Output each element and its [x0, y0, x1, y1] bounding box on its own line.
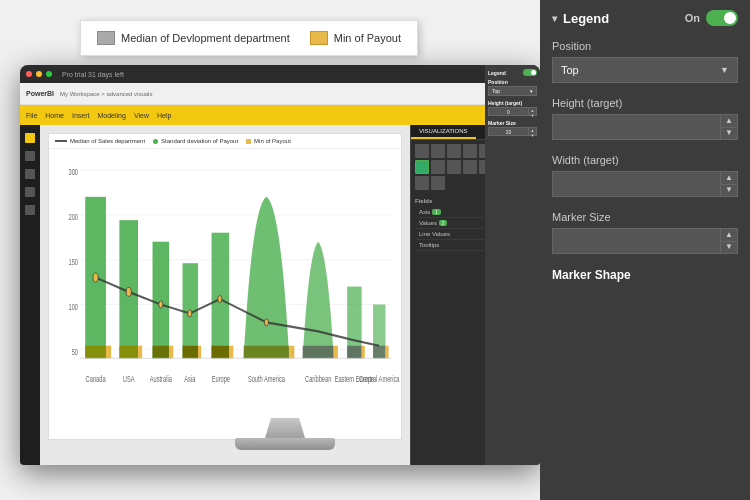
sidebar-icon-2[interactable] — [25, 151, 35, 161]
legend-section-header: ▾ Legend On — [552, 10, 738, 26]
viz-icon-gauge[interactable] — [447, 160, 461, 174]
marker-size-increment-button[interactable]: ▲ — [721, 229, 737, 242]
panel-marker-shape-section: Marker Shape — [552, 268, 738, 282]
svg-rect-28 — [334, 346, 338, 359]
svg-rect-27 — [303, 346, 334, 359]
sidebar-icon-5[interactable] — [25, 205, 35, 215]
monitor-stand — [235, 418, 335, 450]
tab-visualizations[interactable]: VISUALIZATIONS — [411, 125, 476, 139]
panel-width-section: Width (target) 0 ▲ ▼ — [552, 154, 738, 197]
svg-point-37 — [159, 301, 163, 308]
position-dropdown[interactable]: Top ▼ — [552, 57, 738, 83]
marker-size-decrement-button[interactable]: ▼ — [721, 242, 737, 254]
format-marker-spinner: 20 ▲ ▼ — [488, 127, 537, 136]
format-height-buttons: ▲ ▼ — [528, 108, 536, 115]
monitor-screen: Pro trial 31 days left PowerBI My Worksp… — [20, 65, 540, 465]
toolbar-file[interactable]: File — [26, 112, 37, 119]
width-increment-button[interactable]: ▲ — [721, 172, 737, 185]
window-maximize-dot[interactable] — [46, 71, 52, 77]
legend-swatch-gray — [97, 31, 115, 45]
monitor-frame: Pro trial 31 days left PowerBI My Worksp… — [20, 65, 540, 465]
format-position-label: Position — [488, 79, 537, 85]
svg-rect-21 — [198, 346, 201, 359]
height-decrement-button[interactable]: ▼ — [721, 128, 737, 140]
stand-neck — [265, 418, 305, 438]
position-label: Position — [552, 40, 738, 52]
marker-shape-title: Marker Shape — [552, 268, 738, 282]
svg-rect-15 — [138, 346, 142, 359]
svg-point-36 — [126, 287, 131, 296]
toolbar-help[interactable]: Help — [157, 112, 171, 119]
width-input[interactable]: 0 — [553, 177, 720, 191]
fields-badge-axis: 1 — [432, 209, 441, 215]
viz-icon-line[interactable] — [431, 144, 445, 158]
chart-area: Median of Sales department Standard devi… — [48, 133, 402, 440]
format-height-value: 0 — [489, 108, 528, 115]
svg-rect-23 — [212, 346, 230, 359]
viz-icon-pie[interactable] — [463, 144, 477, 158]
monitor-area: Median of Devlopment department Min of P… — [20, 20, 550, 480]
marker-size-input[interactable]: 20 — [553, 234, 720, 248]
svg-text:Europe: Europe — [212, 373, 231, 384]
window-minimize-dot[interactable] — [36, 71, 42, 77]
toolbar-view[interactable]: View — [134, 112, 149, 119]
pbi-topbar: Pro trial 31 days left — [20, 65, 540, 83]
viz-icon-bar[interactable] — [415, 144, 429, 158]
svg-rect-11 — [85, 346, 106, 359]
svg-text:Australia: Australia — [150, 373, 173, 384]
svg-rect-30 — [347, 346, 361, 359]
svg-rect-31 — [362, 346, 365, 359]
legend-section-title: Legend — [563, 11, 685, 26]
width-label: Width (target) — [552, 154, 738, 166]
svg-text:150: 150 — [68, 256, 78, 267]
chart-legend: Median of Sales department Standard devi… — [49, 134, 401, 149]
viz-icon-custom1[interactable] — [415, 176, 429, 190]
svg-rect-25 — [244, 346, 290, 359]
viz-icon-area[interactable] — [447, 144, 461, 158]
legend-toggle-switch[interactable] — [706, 10, 738, 26]
viz-icon-combo[interactable] — [415, 160, 429, 174]
position-dropdown-arrow: ▼ — [720, 65, 729, 75]
format-marker-label: Marker Size — [488, 120, 537, 126]
main-container: Median of Devlopment department Min of P… — [0, 0, 750, 500]
toolbar-home[interactable]: Home — [45, 112, 64, 119]
legend-line-swatch — [55, 140, 67, 142]
legend-dot-swatch — [153, 139, 158, 144]
svg-rect-24 — [229, 346, 233, 359]
sidebar-icon-4[interactable] — [25, 187, 35, 197]
legend-item-min-payout: Min of Payout — [310, 31, 401, 45]
format-marker-value: 20 — [489, 128, 528, 135]
viz-icon-funnel[interactable] — [431, 160, 445, 174]
svg-rect-26 — [289, 346, 294, 359]
legend-text-std: Standard deviation of Payout — [161, 138, 238, 144]
legend-item-std: Standard deviation of Payout — [153, 138, 238, 144]
svg-point-39 — [218, 296, 222, 303]
svg-text:50: 50 — [72, 346, 79, 357]
legend-popup: Median of Devlopment department Min of P… — [80, 20, 418, 56]
format-height-down[interactable]: ▼ — [529, 113, 536, 118]
format-marker-buttons: ▲ ▼ — [528, 128, 536, 135]
window-close-dot[interactable] — [26, 71, 32, 77]
viz-icon-custom2[interactable] — [431, 176, 445, 190]
right-format-panel: ▾ Legend On Position Top ▼ Height (targe… — [540, 0, 750, 500]
height-increment-button[interactable]: ▲ — [721, 115, 737, 128]
width-decrement-button[interactable]: ▼ — [721, 185, 737, 197]
sidebar-icon-1[interactable] — [25, 133, 35, 143]
format-position-row: Position Top ▾ — [488, 79, 537, 96]
format-marker-down[interactable]: ▼ — [529, 133, 536, 138]
toolbar-insert[interactable]: Insert — [72, 112, 90, 119]
viz-icon-card[interactable] — [463, 160, 477, 174]
legend-text-min: Min of Payout — [254, 138, 291, 144]
format-legend-row: Legend — [488, 69, 537, 76]
svg-text:USA: USA — [123, 373, 135, 384]
window-title: Pro trial 31 days left — [62, 71, 124, 78]
pbi-main: Median of Sales department Standard devi… — [40, 125, 410, 465]
height-input[interactable]: 0 — [553, 120, 720, 134]
toolbar-modeling[interactable]: Modeling — [97, 112, 125, 119]
format-legend-toggle[interactable] — [523, 69, 537, 76]
panel-marker-size-section: Marker Size 20 ▲ ▼ — [552, 211, 738, 254]
format-position-arrow: ▾ — [530, 88, 533, 94]
format-position-dropdown[interactable]: Top ▾ — [488, 86, 537, 96]
svg-text:Canada: Canada — [86, 373, 106, 384]
sidebar-icon-3[interactable] — [25, 169, 35, 179]
